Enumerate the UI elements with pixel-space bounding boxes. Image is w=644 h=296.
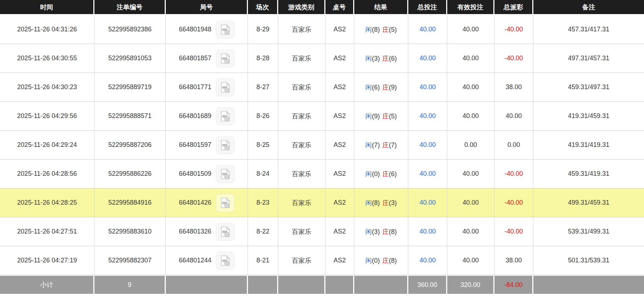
- cell-valid-bet: 40.00: [447, 217, 494, 246]
- video-file-icon: [219, 197, 231, 209]
- video-file-icon: [219, 168, 231, 180]
- subtotal-total-bet: 360.00: [408, 275, 447, 296]
- cell-session: 8-24: [248, 160, 278, 188]
- table-row[interactable]: 2025-11-26 04:28:56 522995886226 6648015…: [0, 160, 644, 188]
- table-row[interactable]: 2025-11-26 04:30:23 522995889719 6648017…: [0, 73, 644, 102]
- cell-total-payout: -40.00: [494, 217, 533, 246]
- round-id-text: 664801857: [179, 55, 211, 62]
- video-replay-button[interactable]: [216, 78, 235, 96]
- bet-records-table: 时间 注单编号 局号 场次 游戏类别 桌号 结果 总投注 有效投注 总派彩 备注…: [0, 0, 644, 296]
- cell-valid-bet: 40.00: [447, 15, 494, 44]
- video-replay-button[interactable]: [216, 194, 235, 212]
- subtotal-session: [248, 275, 278, 296]
- video-file-icon: [219, 255, 231, 266]
- table-row[interactable]: 2025-11-26 04:29:56 522995888571 6648016…: [0, 102, 644, 131]
- table-row[interactable]: 2025-11-26 04:30:55 522995891053 6648018…: [0, 44, 644, 73]
- table-row[interactable]: 2025-11-26 04:27:19 522995882307 6648012…: [0, 246, 644, 275]
- result-player-points: (8): [372, 26, 380, 33]
- cell-total-bet: 40.00: [408, 15, 447, 44]
- cell-valid-bet: 40.00: [447, 160, 494, 188]
- cell-total-bet: 40.00: [408, 160, 447, 188]
- cell-bet-id: 522995892386: [94, 15, 166, 44]
- cell-valid-bet: 0.00: [447, 131, 494, 160]
- cell-session: 8-26: [248, 102, 278, 131]
- cell-total-bet: 40.00: [408, 73, 447, 102]
- table-header: 时间 注单编号 局号 场次 游戏类别 桌号 结果 总投注 有效投注 总派彩 备注: [0, 0, 644, 15]
- cell-total-payout: 0.00: [494, 131, 533, 160]
- cell-round-id: 664801857: [166, 44, 248, 73]
- cell-bet-id: 522995883610: [94, 217, 166, 246]
- cell-result: 闲(7)庄(7): [354, 131, 408, 160]
- cell-result: 闲(6)庄(9): [354, 73, 408, 102]
- cell-time: 2025-11-26 04:28:25: [0, 188, 94, 217]
- result-banker-label: 庄: [382, 142, 389, 149]
- video-file-icon: [219, 24, 231, 35]
- cell-time: 2025-11-26 04:27:51: [0, 217, 94, 246]
- cell-valid-bet: 40.00: [447, 73, 494, 102]
- cell-valid-bet: 40.00: [447, 102, 494, 131]
- video-replay-button[interactable]: [216, 165, 235, 183]
- col-header-session: 场次: [248, 0, 278, 15]
- cell-game-type: 百家乐: [278, 131, 325, 160]
- table-row[interactable]: 2025-11-26 04:31:26 522995892386 6648019…: [0, 15, 644, 44]
- table-row[interactable]: 2025-11-26 04:29:24 522995887206 6648015…: [0, 131, 644, 160]
- cell-total-payout: 38.00: [494, 246, 533, 275]
- cell-round-id: 664801426: [166, 188, 248, 217]
- video-file-icon: [219, 226, 231, 238]
- subtotal-result: [354, 275, 408, 296]
- col-header-total-payout: 总派彩: [494, 0, 533, 15]
- result-player-label: 闲: [365, 142, 372, 149]
- cell-round-id: 664801509: [166, 160, 248, 188]
- cell-result: 闲(8)庄(5): [354, 15, 408, 44]
- cell-total-payout: -40.00: [494, 44, 533, 73]
- cell-table-no: AS2: [325, 15, 354, 44]
- cell-total-payout: 38.00: [494, 73, 533, 102]
- video-replay-button[interactable]: [216, 21, 235, 39]
- cell-round-id: 664801244: [166, 246, 248, 275]
- result-player-label: 闲: [365, 84, 372, 91]
- video-replay-button[interactable]: [216, 252, 235, 270]
- cell-time: 2025-11-26 04:29:24: [0, 131, 94, 160]
- result-banker-points: (7): [389, 142, 397, 149]
- cell-round-id: 664801326: [166, 217, 248, 246]
- cell-game-type: 百家乐: [278, 102, 325, 131]
- result-player-points: (0): [372, 257, 380, 264]
- video-file-icon: [219, 110, 231, 122]
- cell-table-no: AS2: [325, 160, 354, 188]
- video-replay-button[interactable]: [216, 136, 235, 154]
- cell-valid-bet: 40.00: [447, 44, 494, 73]
- cell-remark: 459.31/497.31: [533, 73, 644, 102]
- col-header-game-type: 游戏类别: [278, 0, 325, 15]
- cell-result: 闲(9)庄(5): [354, 102, 408, 131]
- result-banker-points: (5): [389, 113, 397, 120]
- result-banker-label: 庄: [382, 55, 389, 62]
- cell-round-id: 664801597: [166, 131, 248, 160]
- round-id-text: 664801948: [179, 26, 211, 33]
- cell-session: 8-27: [248, 73, 278, 102]
- video-replay-button[interactable]: [216, 49, 235, 68]
- video-replay-button[interactable]: [216, 107, 235, 125]
- cell-bet-id: 522995884916: [94, 188, 166, 217]
- cell-total-payout: -40.00: [494, 188, 533, 217]
- result-banker-label: 庄: [382, 228, 389, 235]
- cell-table-no: AS2: [325, 246, 354, 275]
- round-id-text: 664801771: [179, 83, 211, 91]
- result-banker-points: (8): [389, 257, 397, 264]
- col-header-total-bet: 总投注: [408, 0, 447, 15]
- cell-remark: 419.31/419.31: [533, 131, 644, 160]
- cell-total-bet: 40.00: [408, 188, 447, 217]
- result-banker-points: (6): [389, 55, 397, 62]
- result-banker-label: 庄: [382, 199, 389, 206]
- result-player-label: 闲: [365, 199, 372, 206]
- col-header-table-no: 桌号: [325, 0, 354, 15]
- cell-table-no: AS2: [325, 73, 354, 102]
- table-body: 2025-11-26 04:31:26 522995892386 6648019…: [0, 15, 644, 275]
- table-row[interactable]: 2025-11-26 04:28:25 522995884916 6648014…: [0, 188, 644, 217]
- subtotal-round-id: [166, 275, 248, 296]
- cell-total-payout: 40.00: [494, 102, 533, 131]
- cell-remark: 457.31/417.31: [533, 15, 644, 44]
- subtotal-total-payout: -84.00: [494, 275, 533, 296]
- table-row[interactable]: 2025-11-26 04:27:51 522995883610 6648013…: [0, 217, 644, 246]
- video-replay-button[interactable]: [216, 223, 235, 241]
- result-player-label: 闲: [365, 26, 372, 33]
